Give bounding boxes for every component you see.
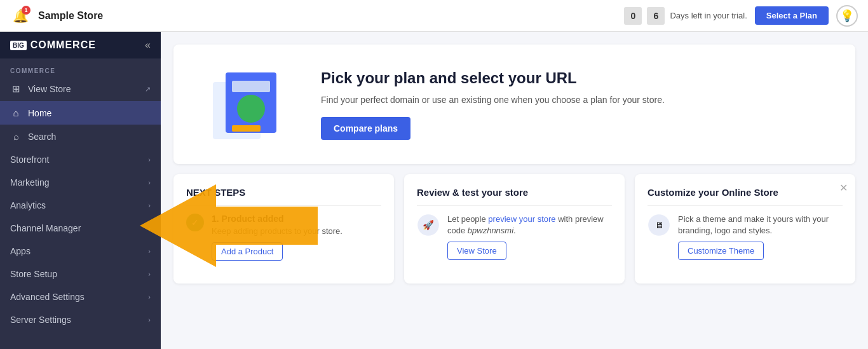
view-store-icon: ⊞ <box>10 83 22 95</box>
sidebar-section-label: COMMERCE <box>0 58 161 77</box>
preview-code: bpwzhnnsmi <box>468 226 513 235</box>
content-area: Pick your plan and select your URL Find … <box>161 32 868 349</box>
home-icon: ⌂ <box>10 107 22 118</box>
cards-row: NEXT STEPS ✓ 1. Product added Keep addin… <box>173 174 855 284</box>
sidebar-item-label: Storefront <box>10 154 142 165</box>
check-circle-icon: ✓ <box>186 214 204 231</box>
chevron-right-icon: › <box>148 316 151 324</box>
chevron-right-icon: › <box>148 247 151 255</box>
chevron-right-icon: › <box>148 202 151 209</box>
svg-text:🚀: 🚀 <box>423 219 434 231</box>
main-layout: BIG COMMERCE « COMMERCE ⊞ View Store ↗ ⌂… <box>0 32 868 349</box>
sidebar-item-label: Apps <box>10 246 142 256</box>
sidebar-item-label: Search <box>28 132 151 142</box>
sidebar-logo: BIG COMMERCE « <box>0 32 161 58</box>
sidebar-item-label: Marketing <box>10 177 142 188</box>
sidebar-item-label: Store Setup <box>10 269 142 279</box>
sidebar-item-label: Home <box>28 108 151 118</box>
sidebar-item-search[interactable]: ⌕ Search <box>0 125 161 148</box>
select-plan-button[interactable]: Select a Plan <box>755 6 829 25</box>
card-item-text: 1. Product added Keep adding products to… <box>212 214 342 261</box>
card-item-title: 1. Product added <box>212 214 342 224</box>
next-steps-card: NEXT STEPS ✓ 1. Product added Keep addin… <box>173 174 394 284</box>
trial-digit-0: 0 <box>624 7 642 25</box>
logo: BIG COMMERCE <box>10 39 96 51</box>
compare-plans-button[interactable]: Compare plans <box>321 117 410 140</box>
svg-text:🖥: 🖥 <box>655 221 663 230</box>
customize-theme-button[interactable]: Customize Theme <box>678 242 764 260</box>
chevron-right-icon: › <box>148 270 151 278</box>
card-item-text: Let people preview your store with previ… <box>447 214 612 260</box>
sidebar-collapse-button[interactable]: « <box>145 39 151 51</box>
sidebar-item-channel-manager[interactable]: Channel Manager › <box>0 217 161 240</box>
sidebar-item-server-settings[interactable]: Server Settings › <box>0 308 161 331</box>
sidebar-item-marketing[interactable]: Marketing › <box>0 171 161 194</box>
trial-digit-1: 6 <box>647 7 665 25</box>
view-store-button[interactable]: View Store <box>447 242 506 260</box>
review-test-card: Review & test your store 🚀 Let people pr… <box>404 174 625 284</box>
trial-info: 0 6 Days left in your trial. <box>624 7 747 25</box>
card-item: ✓ 1. Product added Keep adding products … <box>186 214 381 261</box>
sidebar-item-store-setup[interactable]: Store Setup › <box>0 263 161 285</box>
svg-point-3 <box>237 95 265 123</box>
sidebar-item-label: View Store <box>28 84 136 94</box>
lightbulb-button[interactable]: 💡 <box>836 5 858 27</box>
plan-illustration <box>194 60 295 149</box>
add-product-button[interactable]: Add a Product <box>212 242 283 261</box>
card-title: Review & test your store <box>417 187 612 206</box>
monitor-icon: 🖥 <box>648 214 670 236</box>
card-item-desc: Pick a theme and make it yours with your… <box>678 214 843 236</box>
card-item: 🖥 Pick a theme and make it yours with yo… <box>648 214 843 260</box>
sidebar-item-label: Server Settings <box>10 315 142 325</box>
rocket-icon: 🚀 <box>417 214 440 236</box>
chevron-right-icon: › <box>148 179 151 186</box>
logo-name: COMMERCE <box>31 39 96 51</box>
card-item: 🚀 Let people preview your store with pre… <box>417 214 612 260</box>
sidebar-item-apps[interactable]: Apps › <box>0 240 161 263</box>
sidebar: BIG COMMERCE « COMMERCE ⊞ View Store ↗ ⌂… <box>0 32 161 349</box>
store-name: Sample Store <box>38 10 616 22</box>
notification-bell[interactable]: 🔔 1 <box>10 6 31 26</box>
chevron-right-icon: › <box>148 224 151 232</box>
plan-banner-title: Pick your plan and select your URL <box>321 69 835 87</box>
svg-rect-4 <box>232 125 261 132</box>
sidebar-item-analytics[interactable]: Analytics › <box>0 194 161 217</box>
customize-online-store-card: ✕ Customize your Online Store 🖥 Pick a t… <box>635 174 855 284</box>
trial-text: Days left in your trial. <box>670 11 747 20</box>
top-header: 🔔 1 Sample Store 0 6 Days left in your t… <box>0 0 868 32</box>
sidebar-item-home[interactable]: ⌂ Home <box>0 101 161 125</box>
sidebar-item-account-settings[interactable]: Account Settings › <box>0 341 161 349</box>
card-title: NEXT STEPS <box>186 187 381 206</box>
search-icon: ⌕ <box>10 131 22 142</box>
close-icon[interactable]: ✕ <box>839 182 848 194</box>
sidebar-item-label: Analytics <box>10 200 142 210</box>
bell-badge: 1 <box>22 6 31 15</box>
card-item-desc: Keep adding products to your store. <box>212 226 342 237</box>
card-item-text: Pick a theme and make it yours with your… <box>678 214 843 260</box>
sidebar-item-view-store[interactable]: ⊞ View Store ↗ <box>0 77 161 101</box>
svg-rect-2 <box>232 81 270 92</box>
plan-banner-description: Find your perfect domain or use an exist… <box>321 93 835 107</box>
sidebar-item-advanced-settings[interactable]: Advanced Settings › <box>0 285 161 308</box>
card-item-desc: Let people preview your store with previ… <box>447 214 612 236</box>
plan-banner: Pick your plan and select your URL Find … <box>173 44 855 164</box>
card-title: Customize your Online Store <box>648 187 843 206</box>
sidebar-item-label: Channel Manager <box>10 223 142 233</box>
chevron-right-icon: › <box>148 156 151 163</box>
chevron-right-icon: › <box>148 293 151 301</box>
external-link-icon: ↗ <box>145 85 151 93</box>
sidebar-item-storefront[interactable]: Storefront › <box>0 148 161 171</box>
plan-text: Pick your plan and select your URL Find … <box>321 69 835 140</box>
preview-store-link[interactable]: preview your store <box>488 214 555 224</box>
logo-icon: BIG <box>10 41 27 50</box>
sidebar-item-label: Advanced Settings <box>10 292 142 302</box>
